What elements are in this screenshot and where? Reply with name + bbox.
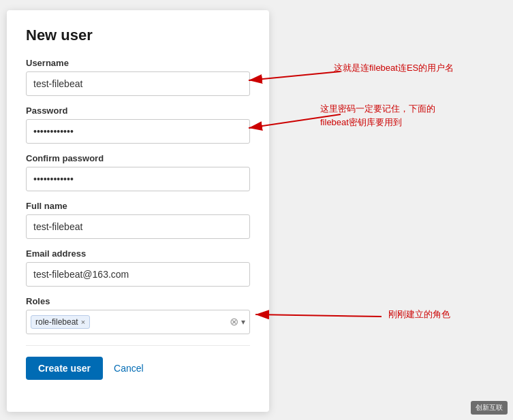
- password-annotation: 这里密码一定要记住，下面的 filebeat密钥库要用到: [320, 102, 435, 129]
- confirm-password-input[interactable]: [26, 167, 250, 191]
- role-tag: role-filebeat ×: [31, 315, 90, 329]
- full-name-group: Full name: [26, 201, 250, 239]
- svg-line-3: [255, 314, 382, 317]
- password-group: Password: [26, 106, 250, 144]
- full-name-label: Full name: [26, 201, 250, 211]
- form-actions: Create user Cancel: [26, 357, 250, 380]
- roles-clear-button[interactable]: ⊗: [230, 317, 238, 327]
- roles-input-wrapper[interactable]: role-filebeat × ⊗ ▾: [26, 310, 250, 334]
- confirm-password-label: Confirm password: [26, 153, 250, 163]
- role-tag-text: role-filebeat: [35, 317, 78, 327]
- page-container: New user Username Password Confirm passw…: [0, 0, 513, 420]
- username-input[interactable]: [26, 71, 250, 96]
- roles-label: Roles: [26, 296, 250, 306]
- email-label: Email address: [26, 248, 250, 259]
- modal-title: New user: [26, 27, 250, 44]
- email-group: Email address: [26, 248, 250, 287]
- confirm-password-group: Confirm password: [26, 153, 250, 191]
- watermark: 创新互联: [471, 401, 508, 415]
- password-input[interactable]: [26, 119, 250, 144]
- roles-controls: ⊗ ▾: [230, 317, 245, 327]
- password-label: Password: [26, 106, 250, 116]
- roles-dropdown-button[interactable]: ▾: [241, 317, 245, 327]
- modal-card: New user Username Password Confirm passw…: [7, 10, 269, 412]
- create-user-button[interactable]: Create user: [26, 357, 103, 380]
- username-label: Username: [26, 58, 250, 68]
- username-annotation: 这就是连filebeat连ES的用户名: [334, 61, 454, 75]
- username-group: Username: [26, 58, 250, 96]
- form-divider: [26, 345, 250, 346]
- roles-annotation: 刚刚建立的角色: [388, 308, 450, 321]
- cancel-button[interactable]: Cancel: [114, 363, 144, 374]
- email-input[interactable]: [26, 262, 250, 287]
- role-tag-close-icon[interactable]: ×: [81, 319, 85, 326]
- roles-group: Roles role-filebeat × ⊗ ▾: [26, 296, 250, 334]
- full-name-input[interactable]: [26, 214, 250, 239]
